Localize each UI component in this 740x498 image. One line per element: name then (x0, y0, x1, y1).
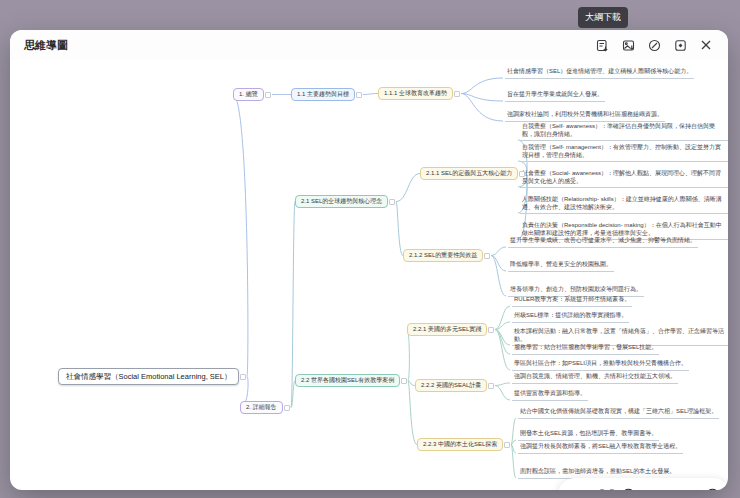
mindmap-leaf[interactable]: 結合中國文化價值傳統與基礎教育現實，構建「三維六相」SEL理論框架。 (518, 408, 719, 419)
mindmap-node-2[interactable]: 2. 詳細報告 (240, 401, 283, 414)
mindmap-node-2-1[interactable]: 2.1 SEL的全球趨勢與核心理念 (295, 195, 388, 208)
zoom-in-button[interactable] (705, 488, 720, 491)
outline-download-icon (596, 39, 609, 52)
mindmap-root-node[interactable]: 社會情感學習（Social Emotional Learning, SEL） (58, 368, 239, 385)
mindmap-window: 思維導圖 (10, 30, 728, 490)
mindmap-leaf[interactable]: 提供豐富教學資源和指導。 (512, 390, 588, 401)
mindmap-leaf[interactable]: 州級SEL標準：提供詳細的教學實踐指導。 (512, 312, 629, 323)
titlebar-icons (594, 37, 714, 53)
mindmap-node-1-1[interactable]: 1.1 主要趨勢與目標 (291, 88, 355, 101)
titlebar: 思維導圖 (10, 30, 728, 60)
mindmap-leaf[interactable]: 提升學生學業成績、改善心理健康水平、減少焦慮、抑鬱等負面情緒。 (508, 237, 698, 248)
mindmap-leaf[interactable]: 面對觀念誤區，需加強師資培養，推動SEL的本土化發展。 (518, 468, 677, 479)
annotate-button[interactable] (646, 37, 662, 53)
mindmap-leaf[interactable]: 強調家校社協同，利用校外兒青機構和社區服務組織資源。 (505, 111, 665, 122)
mindmap-leaf[interactable]: 服務學習：結合社區服務與學術學習，發展SEL技能。 (512, 344, 659, 355)
mindmap-canvas[interactable]: 社會情感學習（Social Emotional Learning, SEL） 1… (10, 60, 728, 490)
close-icon (700, 39, 712, 51)
mindmap-leaf[interactable]: 培養領導力、創造力、預防校園欺凌等問題行為。 (508, 286, 644, 297)
mindmap-leaf[interactable]: 強調自我意識、情緒管理、動機、共情和社交技能五大領域。 (512, 373, 678, 384)
mindmap-node-2-1-1[interactable]: 2.1.1 SEL的定義與五大核心能力 (420, 167, 518, 180)
mindmap-node-2-2-2[interactable]: 2.2.2 英國的SEAL計畫 (415, 379, 487, 392)
mindmap-node-2-1-2[interactable]: 2.1.2 SEL的重要性與效益 (403, 249, 483, 262)
fit-view-button[interactable] (672, 37, 688, 53)
zoom-out-button[interactable] (621, 488, 636, 491)
mindmap-node-2-2-3[interactable]: 2.2.3 中國的本土化SEL探索 (417, 438, 503, 451)
mindmap-leaf[interactable]: 人際關係技能（Relationship- skills）：建立並維持健康的人際關… (520, 196, 728, 214)
mindmap-node-1-1-1[interactable]: 1.1.1 全球教育改革趨勢 (378, 87, 453, 100)
mindmap-node-2-2[interactable]: 2.2 世界各國校園SEL有效教學案例 (295, 374, 400, 387)
mindmap-leaf[interactable]: 強調提升校長與教師素養，將SEL融入學校教育教學全過程。 (518, 443, 683, 454)
mindmap-leaf[interactable]: 社會覺察（Social- awareness）：理解他人觀點、展現同理心、理解不… (520, 170, 728, 188)
mindmap-leaf[interactable]: RULER教學方案：系統提升師生情緒素養。 (512, 296, 632, 307)
fit-view-icon (674, 39, 687, 52)
mindmap-leaf[interactable]: 降低輟學率、營造更安全的校園氛圍。 (508, 261, 614, 272)
zoom-out-icon (621, 488, 636, 491)
outline-download-button[interactable] (594, 37, 610, 53)
close-button[interactable] (698, 37, 714, 53)
mindmap-leaf[interactable]: 自我覺察（Self- awareness）：準確評估自身優勢與局限，保持自信與樂… (520, 123, 728, 141)
annotate-icon (648, 39, 661, 52)
mindmap-node-1[interactable]: 1. 總覽 (233, 88, 264, 101)
image-download-button[interactable] (620, 37, 636, 53)
mindmap-leaf[interactable]: 旨在提升學生學業成就與全人發展。 (505, 91, 605, 102)
tooltip-outline-download: 大綱下載 (578, 7, 628, 28)
window-title: 思維導圖 (24, 38, 68, 53)
zoom-in-icon (705, 488, 720, 491)
mindmap-leaf[interactable]: 社會情感學習（SEL）促進情緒管理、建立積極人際關係等核心能力。 (505, 68, 694, 79)
mindmap-leaf[interactable]: 學區與社區合作：如PSELI項目，推動學校與校外兒青機構合作。 (512, 360, 689, 371)
mindmap-leaf[interactable]: 開發本土化SEL資源，包括培訓手冊、教學圖書等。 (518, 430, 659, 441)
image-download-icon (622, 39, 635, 52)
fit-screen-button[interactable] (600, 489, 614, 490)
fit-screen-icon (600, 489, 614, 490)
mindmap-node-2-2-1[interactable]: 2.2.1 美國的多元SEL實踐 (407, 323, 487, 336)
mindmap-leaf[interactable]: 自我管理（Self- management）：有效管理壓力、控制衝動、設定並努力… (520, 144, 728, 162)
zoom-control-bar: 47% (558, 478, 728, 490)
zoom-percentage: 47% (568, 488, 592, 490)
